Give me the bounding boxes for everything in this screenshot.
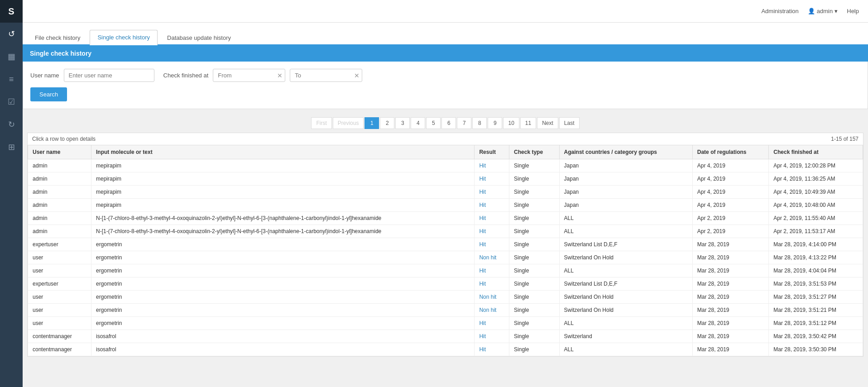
- cell-date-reg: Mar 28, 2019: [692, 343, 769, 356]
- username-input[interactable]: [64, 69, 154, 82]
- cell-check-finished: Mar 28, 2019, 3:51:21 PM: [769, 304, 863, 317]
- table-row[interactable]: expertuser ergometrin Hit Single Switzer…: [28, 238, 863, 251]
- cell-username: admin: [28, 225, 91, 238]
- page-button-11[interactable]: 11: [520, 117, 536, 129]
- table-row[interactable]: admin mepirapim Hit Single Japan Apr 4, …: [28, 186, 863, 199]
- sidebar-icon-refresh[interactable]: ↺: [0, 23, 23, 45]
- cell-result: Non hit: [475, 291, 509, 304]
- cell-checktype: Single: [509, 172, 560, 186]
- topbar-links: Administration 👤 admin ▾ Help: [761, 8, 859, 14]
- cell-username: admin: [28, 212, 91, 225]
- cell-result: Non hit: [475, 304, 509, 317]
- page-button-6[interactable]: 6: [441, 117, 456, 129]
- cell-username: user: [28, 317, 91, 330]
- next-page-button[interactable]: Next: [537, 117, 558, 129]
- col-checktype: Check type: [509, 145, 560, 159]
- page-button-10[interactable]: 10: [503, 117, 519, 129]
- cell-check-finished: Mar 28, 2019, 4:04:04 PM: [769, 264, 863, 277]
- cell-checktype: Single: [509, 212, 560, 225]
- col-check-finished: Check finished at: [769, 145, 863, 159]
- table-row[interactable]: admin N-[1-(7-chloro-8-ethyl-3-methyl-4-…: [28, 225, 863, 238]
- table-header: User name Input molecule or text Result …: [28, 145, 863, 159]
- logo-icon: S: [8, 6, 14, 17]
- cell-countries: ALL: [559, 212, 692, 225]
- sidebar-logo: S: [0, 0, 23, 23]
- cell-checktype: Single: [509, 238, 560, 251]
- results-table: User name Input molecule or text Result …: [28, 145, 863, 356]
- cell-checktype: Single: [509, 317, 560, 330]
- cell-date-reg: Apr 4, 2019: [692, 159, 769, 172]
- help-link[interactable]: Help: [847, 8, 859, 14]
- tab-file-check[interactable]: File check history: [27, 30, 88, 45]
- to-date-clear-icon[interactable]: ✕: [354, 72, 360, 79]
- last-page-button[interactable]: Last: [559, 117, 580, 129]
- sidebar-icon-grid[interactable]: ⊞: [0, 136, 23, 158]
- table-row[interactable]: user ergometrin Non hit Single Switzerla…: [28, 251, 863, 264]
- from-date-wrapper: ✕: [213, 69, 285, 82]
- cell-countries: Switzerland: [559, 330, 692, 343]
- filter-body: User name Check finished at ✕ ✕: [23, 62, 868, 109]
- page-button-9[interactable]: 9: [488, 117, 502, 129]
- cell-result: Hit: [475, 159, 509, 172]
- table-meta: Click a row to open details 1-15 of 157: [28, 133, 863, 145]
- cell-date-reg: Apr 4, 2019: [692, 186, 769, 199]
- cell-username: user: [28, 291, 91, 304]
- table-row[interactable]: expertuser ergometrin Hit Single Switzer…: [28, 277, 863, 291]
- cell-checktype: Single: [509, 291, 560, 304]
- sidebar: S ↺ ▦ ≡ ☑ ↻ ⊞: [0, 0, 23, 387]
- search-button[interactable]: Search: [30, 87, 67, 101]
- first-page-button[interactable]: First: [311, 117, 331, 129]
- table-row[interactable]: user ergometrin Non hit Single Switzerla…: [28, 304, 863, 317]
- table-container: User name Input molecule or text Result …: [28, 145, 863, 356]
- page-button-5[interactable]: 5: [426, 117, 441, 129]
- table-row[interactable]: admin mepirapim Hit Single Japan Apr 4, …: [28, 159, 863, 172]
- page-button-4[interactable]: 4: [411, 117, 425, 129]
- sidebar-icon-chart[interactable]: ▦: [0, 45, 23, 68]
- cell-countries: Switzerland List D,E,F: [559, 277, 692, 291]
- tab-bar: File check history Single check history …: [23, 23, 868, 45]
- tab-db-update[interactable]: Database update history: [159, 30, 239, 45]
- table-row[interactable]: user ergometrin Hit Single ALL Mar 28, 2…: [28, 264, 863, 277]
- to-date-wrapper: ✕: [290, 69, 362, 82]
- cell-countries: Japan: [559, 186, 692, 199]
- from-date-input[interactable]: [213, 69, 285, 82]
- cell-molecule: isosafrol: [91, 343, 475, 356]
- table-row[interactable]: user ergometrin Hit Single ALL Mar 28, 2…: [28, 317, 863, 330]
- table-row[interactable]: admin N-[1-(7-chloro-8-ethyl-3-methyl-4-…: [28, 212, 863, 225]
- cell-result: Hit: [475, 238, 509, 251]
- table-row[interactable]: user ergometrin Non hit Single Switzerla…: [28, 291, 863, 304]
- page-button-8[interactable]: 8: [472, 117, 487, 129]
- table-row[interactable]: admin mepirapim Hit Single Japan Apr 4, …: [28, 172, 863, 186]
- cell-username: expertuser: [28, 277, 91, 291]
- previous-page-button[interactable]: Previous: [333, 117, 364, 129]
- page-area: File check history Single check history …: [23, 23, 868, 387]
- results-area: First Previous 1 2 3 4 5 6 7 8 9 10 11 N…: [23, 109, 868, 361]
- sidebar-icon-list[interactable]: ≡: [0, 68, 23, 91]
- table-row[interactable]: contentmanager isosafrol Hit Single ALL …: [28, 343, 863, 356]
- cell-date-reg: Apr 4, 2019: [692, 199, 769, 212]
- cell-username: user: [28, 264, 91, 277]
- cell-checktype: Single: [509, 159, 560, 172]
- table-row[interactable]: admin mepirapim Hit Single Japan Apr 4, …: [28, 199, 863, 212]
- cell-molecule: ergometrin: [91, 291, 475, 304]
- page-button-3[interactable]: 3: [395, 117, 410, 129]
- table-row[interactable]: contentmanager isosafrol Hit Single Swit…: [28, 330, 863, 343]
- sidebar-icon-checklist[interactable]: ☑: [0, 91, 23, 113]
- table-body: admin mepirapim Hit Single Japan Apr 4, …: [28, 159, 863, 356]
- tab-single-check[interactable]: Single check history: [90, 30, 158, 45]
- administration-link[interactable]: Administration: [761, 8, 798, 14]
- cell-username: user: [28, 304, 91, 317]
- check-finished-group: Check finished at ✕ ✕: [163, 69, 363, 82]
- cell-username: admin: [28, 159, 91, 172]
- cell-countries: Japan: [559, 159, 692, 172]
- cell-result: Hit: [475, 199, 509, 212]
- page-button-2[interactable]: 2: [380, 117, 394, 129]
- page-button-7[interactable]: 7: [457, 117, 471, 129]
- user-menu[interactable]: 👤 admin ▾: [808, 8, 838, 14]
- from-date-clear-icon[interactable]: ✕: [277, 72, 283, 79]
- sidebar-icon-refresh2[interactable]: ↻: [0, 113, 23, 136]
- cell-check-finished: Apr 4, 2019, 12:00:28 PM: [769, 159, 863, 172]
- to-date-input[interactable]: [290, 69, 362, 82]
- page-button-1[interactable]: 1: [364, 117, 379, 129]
- cell-molecule: N-[1-(7-chloro-8-ethyl-3-methyl-4-oxoqui…: [91, 225, 475, 238]
